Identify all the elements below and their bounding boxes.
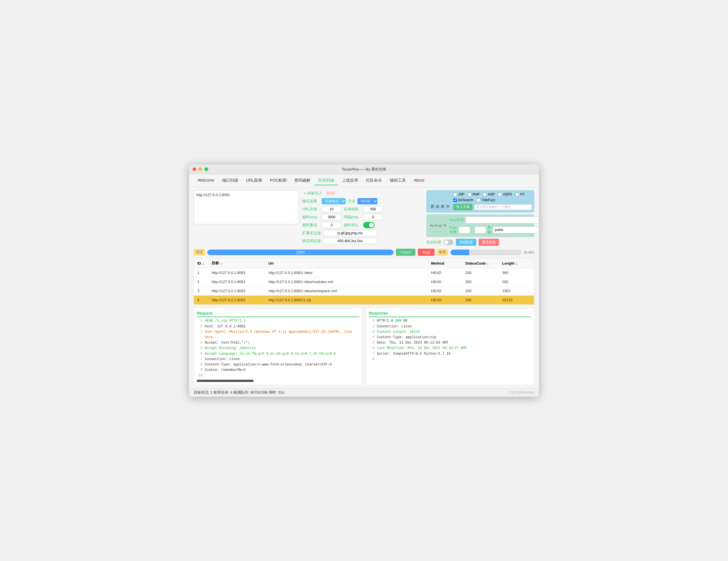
checkbox-asp[interactable]: ASP bbox=[483, 193, 495, 196]
proxy-label: 开启代理 bbox=[426, 240, 441, 245]
menu-reverse[interactable]: 上线反弹 bbox=[338, 176, 362, 185]
left-progress-bar: 100% bbox=[207, 250, 394, 255]
minimize-button[interactable] bbox=[198, 167, 202, 171]
menu-url-detect[interactable]: URL探测 bbox=[242, 176, 266, 185]
fuzz-length-min[interactable] bbox=[459, 227, 470, 233]
right-progress-fill bbox=[450, 250, 469, 255]
dict-settings-label: 字典设置 bbox=[429, 193, 452, 210]
checkbox-aspx[interactable]: ASPX bbox=[498, 193, 512, 196]
table-row[interactable]: 3 http://127.0.0.1:8081 http://127.0.0.1… bbox=[194, 286, 534, 295]
timeout-row: 超时(ms) 3000 间隔(ms) 0 bbox=[302, 214, 423, 220]
checkbox-py[interactable]: PY bbox=[515, 193, 525, 196]
reset-options-button[interactable]: 重置选项 bbox=[479, 239, 499, 246]
fuzz-char-row: Fuzz字符 bbox=[450, 217, 539, 224]
method-select[interactable]: HEAD GET bbox=[357, 198, 377, 204]
fuzz-char-input[interactable] bbox=[466, 217, 539, 224]
advanced-config-button[interactable]: 高级配置 bbox=[456, 239, 476, 246]
close-button[interactable] bbox=[193, 167, 196, 171]
enum-label: 枚举 bbox=[437, 249, 448, 256]
menu-tools[interactable]: 辅助工具 bbox=[386, 176, 410, 185]
cell-status: 200 bbox=[465, 289, 502, 293]
request-line-1: 1 HEAD /1.zip HTTP/1.1 bbox=[197, 318, 359, 324]
request-line-10: 10 bbox=[197, 373, 359, 378]
target-input[interactable]: http://127.0.0.1:8081 bbox=[194, 190, 299, 224]
table-row-highlighted[interactable]: 4 http://127.0.0.1:8081 http://127.0.0.1… bbox=[194, 295, 534, 305]
cell-target: http://127.0.0.1:8081 bbox=[212, 271, 268, 275]
cell-target: http://127.0.0.1:8081 bbox=[212, 289, 268, 293]
url-concurrency-label: URL并发 bbox=[302, 207, 319, 212]
response-line-6: 6 Last-Modified: Mon, 18 Dec 2023 08:10:… bbox=[369, 345, 531, 351]
menu-redteam[interactable]: 红队命令 bbox=[362, 176, 386, 185]
interval-input[interactable]: 0 bbox=[363, 214, 383, 220]
status-filter-input[interactable]: 400,404,3xx,5xx bbox=[323, 238, 377, 244]
watermark: CSDN @Superhero bbox=[509, 391, 534, 394]
dir-threads-input[interactable]: 500 bbox=[363, 206, 383, 212]
url-concurrency-input[interactable]: 10 bbox=[322, 206, 342, 212]
col-target: 目标 ↓ bbox=[212, 261, 268, 266]
table-row[interactable]: 1 http://127.0.0.1:8081 http://127.0.0.1… bbox=[194, 268, 534, 278]
menu-password[interactable]: 密码破解 bbox=[290, 176, 314, 185]
cell-method: HEAD bbox=[431, 298, 465, 302]
maximize-button[interactable] bbox=[204, 167, 208, 171]
concurrency-row: URL并发 10 目录线程 500 bbox=[302, 206, 423, 212]
mode-select[interactable]: 字典模式 bbox=[322, 198, 346, 204]
dirsearch-row: DirSearch TideFuzz bbox=[453, 198, 532, 202]
right-panel: 字典设置 JSP PHP ASP bbox=[426, 190, 534, 246]
ext-filter-row: 扩展名过滤 js,gif,jpg,png,css bbox=[302, 230, 423, 236]
cell-url: http://127.0.0.1:8081/1.zip bbox=[268, 298, 431, 302]
request-content: 1 HEAD /1.zip HTTP/1.1 2 Host: 127.0.0.1… bbox=[197, 318, 359, 382]
checkbox-dirsearch[interactable]: DirSearch bbox=[453, 198, 473, 202]
timeout-label: 超时(ms) bbox=[302, 215, 319, 220]
request-line-8: 8 Content-Type: application/x-www-form-u… bbox=[197, 362, 359, 367]
checkbox-php[interactable]: PHP bbox=[468, 193, 480, 196]
menu-about[interactable]: About bbox=[410, 176, 428, 185]
fuzz-box: FUZZ Fuzz字符 Fuzz长度 - 前缀 bbox=[426, 214, 534, 237]
titlebar: TscanPlus——By 重剑无锋 bbox=[189, 164, 539, 175]
fuzz-length-max[interactable] bbox=[475, 227, 486, 233]
cell-length: 360 bbox=[502, 271, 531, 275]
dict-settings-body: JSP PHP ASP ASPX bbox=[453, 193, 532, 210]
response-line-7: 7 Server: SimpleHTTP/0.6 Python/2.7.16 bbox=[369, 351, 531, 357]
ext-filter-input[interactable]: js,gif,jpg,png,css bbox=[323, 230, 377, 236]
response-line-3: 3 Content-Length: 16115 bbox=[369, 329, 531, 335]
cell-length: 16115 bbox=[502, 298, 531, 302]
retry-label: 超时重试 bbox=[302, 223, 319, 228]
checkbox-jsp[interactable]: JSP bbox=[453, 193, 464, 196]
request-scrollbar[interactable] bbox=[197, 380, 254, 382]
cell-method: HEAD bbox=[431, 280, 465, 284]
fuzz-prefix-label: 前缀 bbox=[488, 225, 491, 235]
stop-timeout-toggle[interactable] bbox=[363, 222, 375, 228]
stop-button[interactable]: Stop bbox=[418, 249, 435, 256]
request-line-2: 2 Host: 127.0.0.1:8081 bbox=[197, 324, 359, 329]
cell-id: 3 bbox=[197, 289, 212, 293]
cell-id: 2 bbox=[197, 280, 212, 284]
col-method: Method bbox=[431, 261, 465, 266]
cell-url: http://127.0.0.1:8081/.idea/workspace.xm… bbox=[268, 289, 431, 293]
retry-row: 超时重试 3 超时停止 bbox=[302, 222, 423, 228]
proxy-toggle[interactable] bbox=[443, 240, 454, 245]
menu-port-scan[interactable]: 端口扫描 bbox=[218, 176, 242, 185]
timeout-input[interactable]: 3000 bbox=[322, 214, 342, 220]
window-title: TscanPlus——By 重剑无锋 bbox=[342, 167, 386, 172]
col-url: Url bbox=[268, 261, 431, 266]
check-button[interactable]: Check bbox=[396, 249, 415, 256]
checkbox-tidefuzz[interactable]: TideFuzz bbox=[477, 198, 495, 202]
import-button[interactable]: <-目标导入 bbox=[302, 190, 324, 196]
menu-welcome[interactable]: Welcome bbox=[194, 176, 218, 185]
menu-dir-scan[interactable]: 目录扫描 bbox=[314, 176, 338, 185]
response-content: 1 HTTP/1.0 200 OK 2 Connection: close 3 … bbox=[369, 318, 531, 362]
table-row[interactable]: 2 http://127.0.0.1:8081 http://127.0.0.1… bbox=[194, 278, 534, 286]
right-progress-bar bbox=[450, 250, 522, 255]
progress-row: 存活 100% Check Stop 枚举 26.40% bbox=[194, 249, 534, 256]
menu-poc[interactable]: POC检测 bbox=[266, 176, 290, 185]
fuzz-prefix-input[interactable] bbox=[493, 227, 539, 233]
response-line-4: 4 Content-Type: application/zip bbox=[369, 335, 531, 340]
import-dict-input[interactable]: 导入的字典每行一个路径 bbox=[474, 204, 532, 210]
menubar: Welcome 端口扫描 URL探测 POC检测 密码破解 目录扫描 上线反弹 … bbox=[189, 175, 539, 187]
cell-id: 1 bbox=[197, 271, 212, 275]
response-panel: Response 1 HTTP/1.0 200 OK 2 Connection:… bbox=[366, 308, 534, 385]
col-length: Length ↓ bbox=[502, 261, 531, 266]
config-panel: <-目标导入 共1行 模式选择 字典模式 方法 HEAD GET bbox=[302, 190, 423, 246]
retry-input[interactable]: 3 bbox=[322, 222, 342, 228]
import-dict-button[interactable]: 导入字典 bbox=[453, 204, 473, 210]
